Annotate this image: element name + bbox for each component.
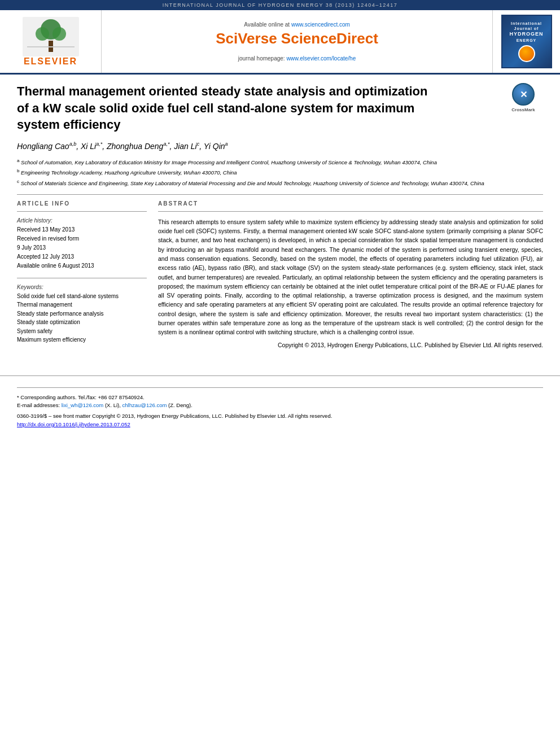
abstract-divider [158, 211, 543, 212]
keyword-5: System safety [17, 327, 147, 336]
doi-anchor[interactable]: http://dx.doi.org/10.1016/j.ijhydene.201… [17, 421, 130, 427]
article-info-divider [17, 211, 147, 212]
article-content: Thermal management oriented steady state… [0, 75, 560, 359]
authors-line: Hongliang Caoa,b, Xi Lia,*, Zhonghua Den… [17, 141, 543, 151]
svg-point-3 [36, 27, 49, 41]
journal-header-bar: INTERNATIONAL JOURNAL OF HYDROGEN ENERGY… [0, 0, 560, 10]
footer-section: * Corresponding authors. Tel./fax: +86 0… [0, 375, 560, 436]
issn-text: 0360-3199/$ – see front matter Copyright… [17, 412, 543, 420]
author-hongliang-sup: a,b [69, 141, 77, 147]
email1-link[interactable]: lixi_wh@126.com [62, 402, 104, 408]
abstract-section-label: ABSTRACT [158, 200, 543, 207]
corresponding-label: * Corresponding authors. Tel./fax: +86 0… [17, 394, 145, 400]
available-online-date: Available online 6 August 2013 [17, 262, 147, 270]
affiliation-a-text: School of Automation, Key Laboratory of … [21, 159, 437, 165]
article-title: Thermal management oriented steady state… [17, 83, 492, 133]
journal-cover-circle [518, 45, 535, 62]
svg-rect-5 [27, 46, 75, 47]
journal-cover-image: International Journal of HYDROGEN ENERGY [501, 15, 552, 68]
keyword-2: Thermal management [17, 301, 147, 309]
affiliation-b-text: Engineering Technology Academy, Huazhong… [21, 169, 237, 176]
affiliation-c-text: School of Materials Science and Engineer… [21, 180, 484, 186]
keywords-divider [17, 278, 147, 278]
elsevier-wordmark: ELSEVIER [24, 56, 77, 67]
doi-link[interactable]: http://dx.doi.org/10.1016/j.ijhydene.201… [17, 421, 543, 427]
elsevier-logo: ELSEVIER [14, 16, 88, 67]
article-info-column: ARTICLE INFO Article history: Received 1… [17, 200, 147, 350]
two-column-layout: ARTICLE INFO Article history: Received 1… [17, 200, 543, 350]
copyright-text: Copyright © 2013, Hydrogen Energy Public… [158, 341, 543, 350]
journal-homepage-text: journal homepage: www.elsevier.com/locat… [238, 55, 356, 62]
email2-name: Z. Deng [170, 402, 189, 408]
footer-divider [17, 387, 543, 388]
content-divider [17, 194, 543, 195]
abstract-text: This research attempts to ensure system … [158, 217, 543, 337]
available-online-text: Available online at www.sciencedirect.co… [244, 21, 350, 28]
email-addresses: E-mail addresses: lixi_wh@126.com (X. Li… [17, 401, 543, 409]
keyword-1: Solid oxide fuel cell stand-alone system… [17, 292, 147, 301]
journal-homepage-link[interactable]: www.elsevier.com/locate/he [286, 55, 356, 62]
received-revised-date: 9 July 2013 [17, 244, 147, 252]
corresponding-authors-note: * Corresponding authors. Tel./fax: +86 0… [17, 394, 543, 401]
journal-cover-section: International Journal of HYDROGEN ENERGY [492, 10, 560, 73]
accepted-date: Accepted 12 July 2013 [17, 253, 147, 261]
article-info-section-label: ARTICLE INFO [17, 200, 147, 207]
received-revised-label: Received in revised form [17, 235, 147, 243]
keyword-3: Steady state performance analysis [17, 310, 147, 318]
sciverse-part1: SciVerse [216, 30, 277, 47]
keywords-label: Keywords: [17, 284, 147, 290]
svg-point-4 [53, 27, 66, 41]
keywords-section: Keywords: Solid oxide fuel cell stand-al… [17, 278, 147, 344]
crossmark-label: CrossMark [511, 107, 535, 112]
abstract-column: ABSTRACT This research attempts to ensur… [158, 200, 543, 350]
author-hongliang: Hongliang Cao [17, 142, 69, 151]
journal-header-text: INTERNATIONAL JOURNAL OF HYDROGEN ENERGY… [163, 2, 398, 8]
author-jian-li: Jian Li [174, 142, 196, 151]
affiliation-c: c School of Materials Science and Engine… [17, 178, 543, 187]
email2-link[interactable]: chlhzau@126.com [123, 402, 167, 408]
crossmark-icon: ✕ [512, 83, 535, 106]
sciverse-part2: ScienceDirect [277, 30, 378, 47]
author-xi-sup: a,* [96, 141, 102, 147]
journal-cover-name: International Journal of HYDROGEN ENERGY [509, 21, 543, 43]
author-zhonghua: Zhonghua Deng [107, 142, 163, 151]
elsevier-logo-section: ELSEVIER [0, 10, 102, 73]
affiliations-block: a School of Automation, Key Laboratory o… [17, 158, 543, 187]
author-zhonghua-sup: a,* [163, 141, 169, 147]
affiliation-a: a School of Automation, Key Laboratory o… [17, 158, 543, 167]
sciverse-url-link[interactable]: www.sciencedirect.com [291, 21, 350, 28]
page-header: ELSEVIER Available online at www.science… [0, 10, 560, 75]
affiliation-b: b Engineering Technology Academy, Huazho… [17, 168, 543, 177]
keyword-6: Maximum system efficiency [17, 336, 147, 344]
author-yi-sup: a [225, 141, 228, 147]
article-history-label: Article history: [17, 217, 147, 224]
author-xi-li: Xi Li [81, 142, 96, 151]
elsevier-tree-svg [23, 17, 79, 56]
email-label: E-mail addresses: [17, 402, 60, 408]
sciverse-title: SciVerse ScienceDirect [216, 30, 378, 47]
keyword-4: Steady state optimization [17, 318, 147, 327]
sciencedirect-section: Available online at www.sciencedirect.co… [102, 10, 492, 73]
email1-name: X. Li [107, 402, 117, 408]
received-date: Received 13 May 2013 [17, 226, 147, 234]
author-yi-qin: Yi Qin [204, 142, 225, 151]
crossmark-badge: ✕ CrossMark [504, 83, 543, 112]
